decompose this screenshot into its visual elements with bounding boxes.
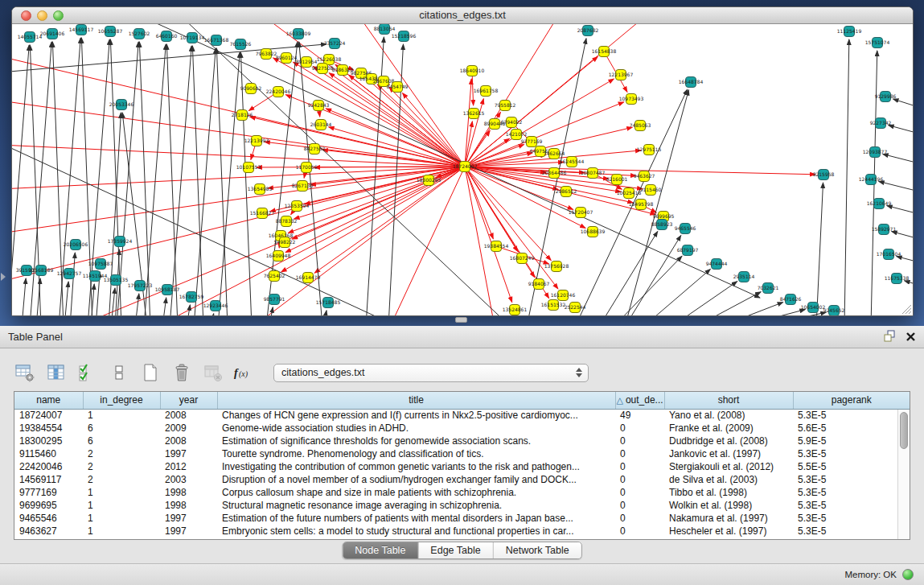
table-cell[interactable]: Tourette syndrome. Phenomenology and cla…	[217, 447, 615, 460]
table-row[interactable]: 1456911722003Disruption of a novel membe…	[14, 473, 910, 486]
table-cell[interactable]: de Silva et al. (2003)	[664, 473, 793, 486]
table-cell[interactable]: 5.3E-5	[793, 447, 910, 460]
table-cell[interactable]: Dudbridge et al. (2008)	[664, 435, 793, 447]
table-cell[interactable]: 9465546	[14, 512, 83, 525]
minimize-window-button[interactable]	[37, 10, 47, 21]
table-cell[interactable]: Tibbo et al. (1998)	[664, 486, 793, 499]
delete-entries-button[interactable]	[170, 360, 194, 385]
table-cell[interactable]: 22420046	[14, 460, 83, 473]
close-window-button[interactable]	[21, 10, 31, 21]
table-cell[interactable]: Wolkin et al. (1998)	[664, 499, 793, 512]
table-cell[interactable]: 2	[83, 460, 160, 473]
table-cell[interactable]: 6	[83, 435, 160, 447]
function-builder-button[interactable]: f(x)	[232, 360, 257, 385]
table-cell[interactable]: 2008	[160, 435, 217, 447]
float-panel-icon[interactable]	[884, 330, 896, 345]
table-cell[interactable]: Changes of HCN gene expression and I(f) …	[217, 409, 615, 422]
network-window-titlebar[interactable]: citations_edges.txt	[12, 7, 913, 24]
table-cell[interactable]: 5.3E-5	[793, 499, 910, 512]
table-cell[interactable]: 5.3E-5	[793, 409, 910, 422]
table-cell[interactable]: Estimation of the future numbers of pati…	[217, 512, 615, 525]
table-selector-dropdown[interactable]: citations_edges.txt	[273, 364, 589, 382]
table-cell[interactable]: 1	[83, 512, 160, 525]
table-row[interactable]: 2242004622012Investigating the contribut…	[14, 460, 910, 473]
table-cell[interactable]: 14569117	[14, 473, 83, 486]
table-row[interactable]: 1872400712008Changes of HCN gene express…	[14, 409, 910, 422]
table-cell[interactable]: 1	[83, 409, 160, 422]
table-cell[interactable]: Jankovic et al. (1997)	[664, 447, 793, 460]
table-cell[interactable]: 1997	[160, 512, 217, 525]
tab-edge-table[interactable]: Edge Table	[418, 542, 493, 558]
table-cell[interactable]: Structural magnetic resonance image aver…	[217, 499, 615, 512]
table-cell[interactable]: 0	[615, 460, 664, 473]
table-cell[interactable]: 1997	[160, 525, 217, 538]
table-cell[interactable]: 2008	[160, 409, 217, 422]
table-cell[interactable]: 6	[83, 422, 160, 435]
column-header-pagerank[interactable]: pagerank	[793, 392, 910, 409]
splitter-handle[interactable]	[455, 317, 467, 323]
table-cell[interactable]: Investigating the contribution of common…	[217, 460, 615, 473]
table-cell[interactable]: Disruption of a novel member of a sodium…	[217, 473, 615, 486]
table-cell[interactable]: 5.3E-5	[793, 512, 910, 525]
table-row[interactable]: 946554611997Estimation of the future num…	[14, 512, 910, 525]
table-cell[interactable]: 1	[83, 499, 160, 512]
table-cell[interactable]: 1998	[160, 499, 217, 512]
table-cell[interactable]: 49	[615, 409, 664, 422]
row-mode-button[interactable]	[107, 360, 131, 385]
table-cell[interactable]: 9115460	[14, 447, 83, 460]
table-cell[interactable]: 0	[615, 473, 664, 486]
table-cell[interactable]: Estimation of significance thresholds fo…	[217, 435, 615, 447]
table-cell[interactable]: 0	[615, 435, 664, 447]
table-cell[interactable]: 2012	[160, 460, 217, 473]
table-cell[interactable]: 5.3E-5	[793, 486, 910, 499]
tab-node-table[interactable]: Node Table	[343, 542, 418, 558]
table-row[interactable]: 1938455462009Genome-wide association stu…	[14, 422, 910, 435]
table-cell[interactable]: 5.6E-5	[793, 422, 910, 435]
table-cell[interactable]: 2	[83, 447, 160, 460]
table-cell[interactable]: Genome-wide association studies in ADHD.	[217, 422, 615, 435]
table-cell[interactable]: 0	[615, 512, 664, 525]
column-header-out-de-[interactable]: △out_de...	[615, 392, 664, 409]
table-cell[interactable]: 19384554	[14, 422, 83, 435]
select-all-button[interactable]	[76, 360, 100, 385]
table-cell[interactable]: 2009	[160, 422, 217, 435]
table-cell[interactable]: Franke et al. (2009)	[664, 422, 793, 435]
column-header-year[interactable]: year	[160, 392, 217, 409]
table-cell[interactable]: 2003	[160, 473, 217, 486]
table-row[interactable]: 977716911998Corpus callosum shape and si…	[14, 486, 910, 499]
table-cell[interactable]: 1	[83, 486, 160, 499]
table-cell[interactable]: 0	[615, 486, 664, 499]
table-cell[interactable]: 1998	[160, 486, 217, 499]
table-cell[interactable]: 5.3E-5	[793, 525, 910, 538]
table-cell[interactable]: 1	[83, 525, 160, 538]
table-options-button[interactable]	[13, 360, 37, 385]
table-cell[interactable]: 18300295	[14, 435, 83, 447]
table-cell[interactable]: 0	[615, 525, 664, 538]
create-table-button[interactable]	[138, 360, 162, 385]
show-columns-button[interactable]	[44, 360, 68, 385]
table-cell[interactable]: 5.9E-5	[793, 435, 910, 447]
table-cell[interactable]: 0	[615, 447, 664, 460]
table-row[interactable]: 969969511998Structural magnetic resonanc…	[14, 499, 910, 512]
tab-network-table[interactable]: Network Table	[494, 542, 581, 558]
table-scrollbar[interactable]	[897, 410, 910, 539]
table-cell[interactable]: Nakamura et al. (1997)	[664, 512, 793, 525]
table-cell[interactable]: 0	[615, 422, 664, 435]
table-cell[interactable]: 18724007	[14, 409, 83, 422]
table-scrollbar-thumb[interactable]	[900, 412, 908, 449]
table-cell[interactable]: 5.3E-5	[793, 473, 910, 486]
table-row[interactable]: 1830029562008Estimation of significance …	[14, 435, 910, 447]
table-row[interactable]: 911546021997Tourette syndrome. Phenomeno…	[14, 447, 910, 460]
table-cell[interactable]: 2	[83, 473, 160, 486]
table-cell[interactable]: 9777169	[14, 486, 83, 499]
table-cell[interactable]: 9699695	[14, 499, 83, 512]
column-header-name[interactable]: name	[14, 392, 83, 409]
table-cell[interactable]: 9463627	[14, 525, 83, 538]
network-canvas[interactable]: 1872400718300295796382289601248912954152…	[12, 24, 913, 315]
resize-grip-icon[interactable]	[900, 303, 912, 315]
column-header-short[interactable]: short	[664, 392, 793, 409]
table-row[interactable]: 946362711997Embryonic stem cells: a mode…	[14, 525, 910, 538]
network-view[interactable]: 1872400718300295796382289601248912954152…	[12, 24, 913, 315]
table-cell[interactable]: 1997	[160, 447, 217, 460]
table-cell[interactable]: Hescheler et al. (1997)	[664, 525, 793, 538]
